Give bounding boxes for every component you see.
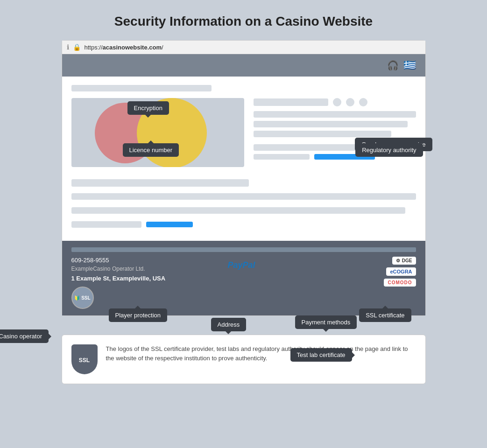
tooltip-casino-operator: Casino operator xyxy=(0,329,49,343)
mid-title-bar xyxy=(71,179,249,187)
tooltip-encryption-text: Encryption xyxy=(134,105,162,112)
tooltip-player-text: Player protection xyxy=(115,312,161,319)
mid-bar-1 xyxy=(71,193,416,200)
tooltip-testlab-text: Test lab certificate xyxy=(297,351,346,358)
tooltip-regulatory-authority: Regulatory authority xyxy=(355,143,423,157)
hero-top-row xyxy=(254,98,416,106)
greek-flag-icon: 🇬🇷 xyxy=(403,59,416,71)
headset-icon: 🎧 xyxy=(387,60,399,71)
dot-3 xyxy=(359,98,367,106)
footer-right: PayPal xyxy=(227,257,374,309)
tooltip-test-lab: Test lab certificate xyxy=(290,348,352,362)
footer-operator: ExampleCasino Operator Ltd. xyxy=(71,266,219,272)
browser-chrome: ℹ 🔒 https://acasinowebsite.com/ 🎧 🇬🇷 xyxy=(62,40,426,316)
main-wrapper: ℹ 🔒 https://acasinowebsite.com/ 🎧 🇬🇷 xyxy=(62,40,426,384)
site-middle-content xyxy=(62,175,425,241)
tooltip-payment-text: Payment methods xyxy=(302,319,351,326)
mid-bar-3a xyxy=(71,221,141,228)
hero-line-5 xyxy=(254,154,310,160)
hero-title-bar xyxy=(254,98,328,106)
dot-1 xyxy=(333,98,341,106)
url-domain: acasinowebsite.com xyxy=(103,44,162,51)
dge-text: DGE xyxy=(402,258,412,263)
comodo-text: COMODO xyxy=(388,280,412,285)
tooltip-address: Address xyxy=(211,318,247,331)
info-box-text: The logos of the SSL certificate provide… xyxy=(106,344,416,363)
tooltip-ssl-text: SSL certificate xyxy=(366,312,404,319)
dge-badge: ⚙ DGE xyxy=(392,257,416,265)
tooltip-licence-number: Licence number xyxy=(123,143,179,157)
ssl-shield-icon: SSL xyxy=(71,344,98,374)
tooltip-player-protection: Player protection xyxy=(109,308,168,322)
dge-icon: ⚙ xyxy=(396,258,400,263)
tooltip-ssl-certificate: SSL certificate xyxy=(359,308,411,322)
footer-address: 1 Example St, Exampleville, USA xyxy=(71,275,219,282)
footer-left: 609-258-9555 ExampleCasino Operator Ltd.… xyxy=(71,257,219,309)
ecogra-text: eCOGRA xyxy=(390,269,412,274)
address-bar: ℹ 🔒 https://acasinowebsite.com/ xyxy=(62,41,425,54)
tooltip-licence-text: Licence number xyxy=(129,147,173,154)
casino-site: 🎧 🇬🇷 xyxy=(62,54,425,315)
site-nav: 🎧 🇬🇷 xyxy=(62,54,425,77)
mid-bars xyxy=(71,193,416,231)
content-bar-1 xyxy=(71,85,212,91)
url-display: https://acasinowebsite.com/ xyxy=(85,44,163,51)
ssl-seal-text: 🔰 SSL xyxy=(74,295,90,301)
hero-line-1 xyxy=(254,111,416,118)
tooltip-casino-op-text: Casino operator xyxy=(0,333,42,340)
ssl-seal: 🔰 SSL xyxy=(71,287,94,309)
site-footer: 609-258-9555 ExampleCasino Operator Ltd.… xyxy=(62,241,425,315)
footer-phone: 609-258-9555 xyxy=(71,257,219,264)
dot-2 xyxy=(346,98,354,106)
tooltip-address-text: Address xyxy=(218,321,240,328)
ecogra-badge: eCOGRA xyxy=(386,267,416,276)
footer-grid: 609-258-9555 ExampleCasino Operator Ltd.… xyxy=(71,257,416,309)
ssl-shield-text: SSL xyxy=(79,357,90,364)
lock-icon: 🔒 xyxy=(73,43,81,51)
mid-bar-3b xyxy=(146,222,193,227)
page-title: Security Information on a Casino Website xyxy=(114,14,373,29)
mid-bar-2 xyxy=(71,207,406,214)
comodo-badge: COMODO xyxy=(384,279,416,287)
hero-line-3 xyxy=(254,131,392,137)
hero-line-2 xyxy=(254,121,408,127)
info-icon: ℹ xyxy=(67,43,69,51)
tooltip-encryption: Encryption xyxy=(127,101,169,115)
tooltip-regulatory-text: Regulatory authority xyxy=(362,147,416,154)
info-box: SSL The logos of the SSL certificate pro… xyxy=(62,335,426,384)
logos-right: ⚙ DGE eCOGRA COMODO xyxy=(384,257,416,309)
tooltip-payment-methods: Payment methods xyxy=(295,315,357,329)
footer-top-bar xyxy=(71,247,416,252)
paypal-logo: PayPal xyxy=(227,260,255,270)
